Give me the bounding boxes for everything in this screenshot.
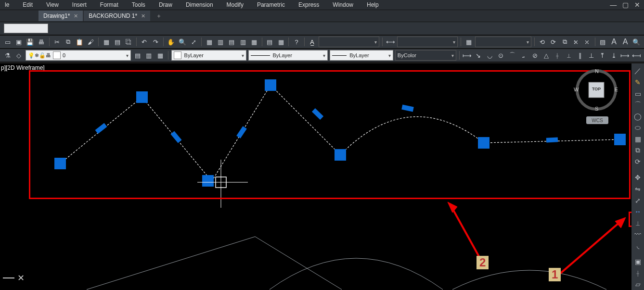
dim11-icon[interactable]: ∥ — [575, 50, 584, 60]
copyobj-icon[interactable]: ⿻ — [124, 37, 133, 47]
tab-drawing1[interactable]: Drawing1*✕ — [39, 11, 83, 21]
menu-modify[interactable]: Modify — [227, 1, 244, 8]
linetype-dropdown[interactable]: ByLayer — [248, 50, 328, 61]
cut-icon[interactable]: ✂ — [52, 37, 61, 47]
tab-add[interactable]: ＋ — [151, 11, 167, 21]
refresh-icon[interactable]: ⟳ — [632, 156, 643, 167]
arc-icon[interactable]: ⌒ — [632, 100, 643, 111]
undo-icon[interactable]: ↶ — [140, 37, 149, 47]
region-icon[interactable]: ▱ — [632, 279, 643, 290]
fillet-icon[interactable]: ◟ — [632, 240, 643, 251]
text-icon[interactable]: A̲ — [308, 37, 317, 47]
dimstyle-dropdown[interactable] — [397, 37, 458, 47]
grid-icon[interactable]: ▦ — [205, 37, 214, 47]
menu-edit[interactable]: Edit — [23, 1, 33, 8]
dim14-icon[interactable]: ⤓ — [609, 50, 618, 60]
move-icon[interactable]: ✥ — [632, 173, 643, 183]
dim10-icon[interactable]: ⟂ — [564, 50, 573, 60]
print-icon[interactable]: 🖶 — [37, 37, 46, 47]
layers2-icon[interactable]: ▥ — [144, 50, 154, 60]
dim15-icon[interactable]: ⟼ — [620, 50, 630, 60]
dim7-icon[interactable]: ⊘ — [530, 50, 539, 60]
dim-icon[interactable]: ⟷ — [386, 37, 395, 47]
window-controls[interactable]: — ▢ ✕ — [610, 1, 642, 9]
extend-icon[interactable]: ⤫ — [582, 37, 592, 47]
bycolor-dropdown[interactable]: ByColor — [395, 50, 456, 61]
circle-icon[interactable]: ◯ — [632, 111, 643, 122]
mirror-icon[interactable]: ⟲ — [538, 37, 547, 47]
dim12-icon[interactable]: ⊥ — [587, 50, 596, 60]
bigA2-icon[interactable]: A — [620, 37, 630, 47]
menu-express[interactable]: Express — [298, 1, 319, 8]
menu-insert[interactable]: Insert — [72, 1, 87, 8]
grid2-icon[interactable]: ▥ — [216, 37, 225, 47]
menu-draw[interactable]: Draw — [159, 1, 172, 8]
join-icon[interactable]: ⟂ — [632, 218, 643, 228]
menu-format[interactable]: Format — [100, 1, 118, 8]
matchprop-icon[interactable]: 🖌 — [86, 37, 95, 47]
rect-icon[interactable]: ▭ — [632, 88, 643, 99]
color-dropdown[interactable]: ByLayer — [171, 50, 246, 61]
bigA-icon[interactable]: A — [609, 37, 618, 47]
redo-icon[interactable]: ↷ — [151, 37, 160, 47]
layers3-icon[interactable]: ▦ — [155, 50, 165, 60]
layout4-icon[interactable]: ▤ — [265, 37, 274, 47]
dim13-icon[interactable]: ⤒ — [598, 50, 607, 60]
quick-input[interactable] — [4, 24, 48, 33]
dim5-icon[interactable]: ⌒ — [507, 50, 516, 60]
dim16-icon[interactable]: ⟻ — [632, 50, 641, 60]
copy2-icon[interactable]: ⧉ — [632, 145, 643, 156]
menu-parametric[interactable]: Parametric — [257, 1, 285, 8]
dim3-icon[interactable]: ◡ — [485, 50, 494, 60]
wcs-badge[interactable]: WCS — [586, 116, 608, 124]
layerfilter-icon[interactable]: ⚗ — [3, 50, 12, 60]
erase-icon[interactable]: ▤ — [113, 37, 122, 47]
help-icon[interactable]: ? — [292, 37, 301, 47]
stretch-icon[interactable]: ⤢ — [632, 195, 643, 206]
drawing-canvas[interactable]: p][2D Wireframe] ✕ — [0, 63, 631, 290]
layout2-icon[interactable]: ▥ — [238, 37, 247, 47]
pan-icon[interactable]: ✋ — [167, 37, 176, 47]
menu-window[interactable]: Window — [333, 1, 353, 8]
mirror2-icon[interactable]: ⇋ — [632, 184, 643, 194]
dim2-icon[interactable]: ↘ — [474, 50, 483, 60]
spline-icon[interactable]: 〰 — [632, 229, 643, 240]
tablestyle-dropdown[interactable] — [475, 37, 531, 47]
menu-tools[interactable]: Tools — [132, 1, 145, 8]
table-icon[interactable]: ▦ — [464, 37, 473, 47]
break-icon[interactable]: ↔ — [632, 206, 643, 217]
dim6-icon[interactable]: ⦟ — [519, 50, 528, 60]
paste-icon[interactable]: 📋 — [75, 37, 84, 47]
view-cube[interactable]: TOP N S E W — [576, 69, 617, 111]
measure-icon[interactable]: ⟊ — [632, 268, 643, 278]
copy-icon[interactable]: ⧉ — [64, 37, 73, 47]
select-icon[interactable]: ▦ — [102, 37, 111, 47]
layout3-icon[interactable]: ▦ — [249, 37, 258, 47]
save-icon[interactable]: 💾 — [26, 37, 35, 47]
lineweight-dropdown[interactable]: ByLayer — [330, 50, 393, 61]
ellipse-icon[interactable]: ⬭ — [632, 123, 643, 133]
layers1-icon[interactable]: ▤ — [133, 50, 142, 60]
open-icon[interactable]: ▣ — [14, 37, 23, 47]
close-icon[interactable]: ✕ — [74, 13, 78, 19]
block-icon[interactable]: ▣ — [632, 256, 643, 267]
menu-help[interactable]: Help — [367, 1, 379, 8]
zoomext-icon[interactable]: ⤢ — [189, 37, 198, 47]
rotate-icon[interactable]: ⟳ — [549, 37, 558, 47]
textstyle-dropdown[interactable] — [319, 37, 379, 47]
search-icon[interactable]: 🔍 — [632, 37, 641, 47]
dim8-icon[interactable]: △ — [541, 50, 551, 60]
offset-icon[interactable]: ⧉ — [560, 37, 569, 47]
menu-file[interactable]: le — [5, 1, 9, 8]
zoom-icon[interactable]: 🔍 — [178, 37, 187, 47]
dim9-icon[interactable]: ⟊ — [553, 50, 562, 60]
hatch-icon[interactable]: ▨ — [598, 37, 607, 47]
hatch2-icon[interactable]: ▦ — [632, 134, 643, 144]
props-icon[interactable]: ▦ — [276, 37, 285, 47]
dim4-icon[interactable]: ⊙ — [496, 50, 505, 60]
new-icon[interactable]: ▭ — [3, 37, 12, 47]
layer-dropdown[interactable]: 💡❄🔓🖶 0 — [26, 50, 131, 61]
line-icon[interactable]: ／ — [632, 66, 643, 76]
layeriso-icon[interactable]: ◇ — [14, 50, 23, 60]
menu-dimension[interactable]: Dimension — [186, 1, 213, 8]
